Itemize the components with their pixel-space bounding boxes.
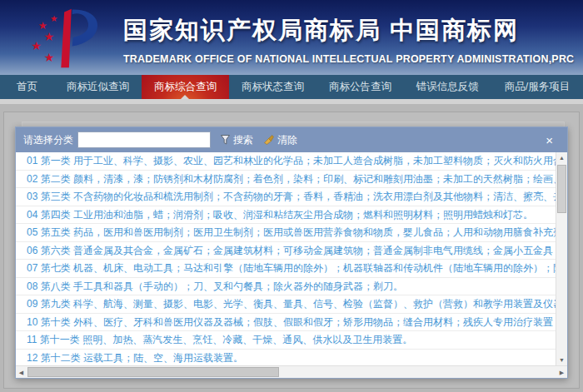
nav-tab[interactable]: 商品/服务项目 <box>491 75 583 99</box>
class-row-text: 07 第七类 机器、机床、电动工具；马达和引擎（陆地车辆用的除外）；机器联轴器和… <box>27 262 556 274</box>
class-row-text: 04 第四类 工业用油和油脂，蜡；润滑剂；吸收、润湿和粘结灰尘用合成物；燃料和照… <box>27 209 533 221</box>
class-row-text: 05 第五类 药品，医用和兽医用制剂；医用卫生制剂；医用或兽医用营养食物和物质，… <box>27 226 556 238</box>
dialog-label: 请选择分类 <box>23 133 73 147</box>
vertical-scrollbar[interactable]: ▲ ▼ <box>556 152 567 365</box>
nav-tab[interactable]: 错误信息反馈 <box>404 75 491 99</box>
dialog-body: 01 第一类 用于工业、科学、摄影、农业、园艺和林业的化学品；未加工人造合成树脂… <box>16 152 567 378</box>
class-row-text: 02 第二类 颜料，清漆，漆；防锈剂和木材防腐剂；着色剂，染料；印刷、标记和雕刻… <box>27 173 556 185</box>
clear-button[interactable]: 清除 <box>263 133 297 147</box>
nav-tab-label: 商品/服务项目 <box>505 80 570 94</box>
class-search-input[interactable] <box>77 131 211 148</box>
scroll-up-icon[interactable]: ▲ <box>556 152 567 163</box>
nav-tab-label: 商标公告查询 <box>329 80 391 94</box>
site-header: ★ ★ ★ ★ ★ 国家知识产权局商标局 中国商标网 TRADEMARK OFF… <box>0 0 583 75</box>
scroll-down-icon[interactable]: ▼ <box>556 355 567 365</box>
class-row-text: 01 第一类 用于工业、科学、摄影、农业、园艺和林业的化学品；未加工人造合成树脂… <box>27 155 556 166</box>
class-row[interactable]: 11 第十一类 照明、加热、蒸汽发生、烹饪、冷藏、干燥、通风、供水以及卫生用装置… <box>16 331 556 350</box>
nav-tab[interactable]: 商标状态查询 <box>229 75 316 99</box>
search-button[interactable]: 搜索 <box>221 133 253 147</box>
nav-tab[interactable]: 首页 <box>0 75 54 99</box>
class-row[interactable]: 08 第八类 手工具和器具（手动的）；刀、叉和勺餐具；除火器外的随身武器；剃刀。 <box>16 278 556 296</box>
nav-tab[interactable]: 商标综合查询 <box>142 75 229 99</box>
class-row[interactable]: 07 第七类 机器、机床、电动工具；马达和引擎（陆地车辆用的除外）；机器联轴器和… <box>16 260 556 278</box>
class-row-text: 10 第十类 外科、医疗、牙科和兽医用仪器及器械；假肢、假眼和假牙；矫形用物品；… <box>27 316 556 328</box>
search-button-label: 搜索 <box>233 133 253 147</box>
svg-text:★: ★ <box>50 13 57 23</box>
horizontal-scroll-thumb[interactable] <box>27 367 279 377</box>
nav-tab-label: 商标状态查询 <box>242 80 304 94</box>
dialog-header: 请选择分类 搜索 清除 × <box>16 127 567 152</box>
cnipa-trademark-logo-icon: ★ ★ ★ ★ ★ <box>17 2 117 74</box>
site-title: 国家知识产权局商标局 中国商标网 <box>123 14 574 47</box>
svg-text:★: ★ <box>44 51 55 64</box>
site-titles: 国家知识产权局商标局 中国商标网 TRADEMARK OFFICE OF NAT… <box>123 14 574 65</box>
class-row-text: 06 第六类 普通金属及其合金，金属矿石；金属建筑材料；可移动金属建筑物；普通金… <box>27 245 556 256</box>
class-row[interactable]: 03 第三类 不含药物的化妆品和梳洗用制剂；不含药物的牙膏；香料，香精油；洗衣用… <box>16 188 556 206</box>
nav-tab-label: 首页 <box>17 80 37 94</box>
class-row-text: 03 第三类 不含药物的化妆品和梳洗用制剂；不含药物的牙膏；香料，香精油；洗衣用… <box>27 191 556 202</box>
class-select-dialog: 请选择分类 搜索 清除 × <box>15 127 568 379</box>
nav-tab-label: 错误信息反馈 <box>416 80 479 94</box>
brush-icon <box>263 135 274 145</box>
nav-tab-label: 商标近似查询 <box>67 80 129 94</box>
close-icon[interactable]: × <box>546 134 553 146</box>
nav-bottom-strip <box>0 99 583 104</box>
class-row-text: 11 第十一类 照明、加热、蒸汽发生、烹饪、冷藏、干燥、通风、供水以及卫生用装置… <box>27 334 412 345</box>
class-row[interactable]: 09 第九类 科学、航海、测量、摄影、电影、光学、衡具、量具、信号、检验（监督）… <box>16 295 556 314</box>
class-row[interactable]: 10 第十类 外科、医疗、牙科和兽医用仪器及器械；假肢、假眼和假牙；矫形用物品；… <box>16 314 556 332</box>
class-row[interactable]: 05 第五类 药品，医用和兽医用制剂；医用卫生制剂；医用或兽医用营养食物和物质，… <box>16 224 556 242</box>
dimmed-content-area: 请选择分类 搜索 清除 × <box>0 99 583 392</box>
scroll-left-icon[interactable]: ◀ <box>16 367 27 378</box>
class-row[interactable]: 02 第二类 颜料，清漆，漆；防锈剂和木材防腐剂；着色剂，染料；印刷、标记和雕刻… <box>16 171 556 189</box>
scroll-right-icon[interactable]: ▶ <box>556 367 567 378</box>
main-nav: 首页 商标近似查询 商标综合查询 商标状态查询 商标公告查询 错误信息反馈 商品… <box>0 75 583 99</box>
horizontal-scrollbar[interactable]: ◀ ▶ <box>16 365 567 378</box>
class-list: 01 第一类 用于工业、科学、摄影、农业、园艺和林业的化学品；未加工人造合成树脂… <box>16 152 556 365</box>
class-row[interactable]: 12 第十二类 运载工具；陆、空、海用运载装置。 <box>16 350 556 366</box>
clear-button-label: 清除 <box>277 133 297 147</box>
nav-tab[interactable]: 商标公告查询 <box>316 75 404 99</box>
class-row[interactable]: 01 第一类 用于工业、科学、摄影、农业、园艺和林业的化学品；未加工人造合成树脂… <box>16 152 556 171</box>
class-row[interactable]: 04 第四类 工业用油和油脂，蜡；润滑剂；吸收、润湿和粘结灰尘用合成物；燃料和照… <box>16 206 556 225</box>
class-row-text: 09 第九类 科学、航海、测量、摄影、电影、光学、衡具、量具、信号、检验（监督）… <box>27 298 556 310</box>
filter-funnel-icon <box>221 135 230 145</box>
nav-tab-label: 商标综合查询 <box>154 80 217 94</box>
class-row[interactable]: 06 第六类 普通金属及其合金，金属矿石；金属建筑材料；可移动金属建筑物；普通金… <box>16 242 556 261</box>
page: ★ ★ ★ ★ ★ 国家知识产权局商标局 中国商标网 TRADEMARK OFF… <box>0 0 583 392</box>
class-row-text: 08 第八类 手工具和器具（手动的）；刀、叉和勺餐具；除火器外的随身武器；剃刀。 <box>27 280 403 292</box>
class-row-text: 12 第十二类 运载工具；陆、空、海用运载装置。 <box>27 352 243 364</box>
site-subtitle: TRADEMARK OFFICE OF NATIONAL INTELLECTUA… <box>123 53 574 65</box>
svg-text:★: ★ <box>31 39 42 52</box>
vertical-scroll-thumb[interactable] <box>557 165 566 213</box>
nav-tab[interactable]: 商标近似查询 <box>54 75 142 99</box>
svg-text:★: ★ <box>44 30 55 43</box>
